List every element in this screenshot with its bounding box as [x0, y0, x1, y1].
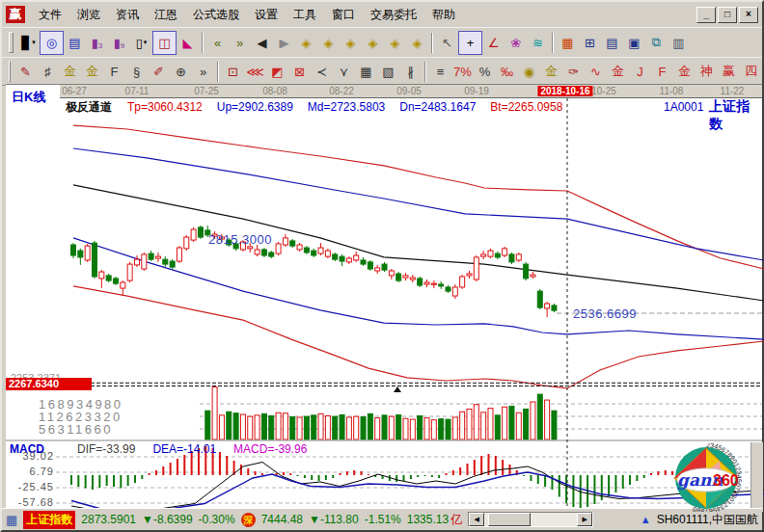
percent-icon[interactable]: %	[474, 61, 496, 83]
wave-zigzag-icon[interactable]: ⋎	[333, 61, 355, 83]
menu-window[interactable]: 窗口	[324, 4, 363, 26]
macd-axis-label: -57.68	[6, 496, 54, 508]
percent-7-icon[interactable]: 7%	[451, 61, 474, 83]
toolbar-grip-2[interactable]	[9, 61, 11, 82]
menu-gann[interactable]: 江恩	[147, 4, 185, 26]
gann360-logo[interactable]: gann 360 23456789012345678901234567890	[666, 443, 750, 512]
save-icon[interactable]: ▣	[623, 32, 645, 54]
menu-tools[interactable]: 工具	[286, 4, 324, 26]
menu-formula-pick[interactable]: 公式选股	[185, 4, 247, 26]
stock-pool-icon[interactable]: ◎	[40, 31, 64, 55]
scale-meter-icon[interactable]: ≡	[429, 61, 451, 83]
crosshair-tool-icon[interactable]: +	[458, 31, 482, 55]
gold-grid-1-icon[interactable]: 金	[59, 61, 81, 83]
toolbar-row-2: ✎♯金金F§✐⊕»⊡⋘◩⊠≺⋎▦▧∦≡7%%‰◉金✑∿金JF金神赢四	[2, 57, 762, 86]
date-label: 11-08	[660, 86, 684, 96]
draw-pencil-icon[interactable]: ✎	[14, 61, 37, 83]
percent-lines-icon[interactable]: ‰	[496, 61, 518, 83]
logo-margin	[750, 442, 763, 512]
report-icon[interactable]: ▤	[601, 32, 623, 54]
quote-table-icon[interactable]: ▦	[6, 513, 17, 527]
zoom-out-icon[interactable]: ◈	[295, 32, 317, 54]
current-stock-label[interactable]: SH601111,中国国航	[657, 512, 758, 528]
menu-file[interactable]: 文件	[31, 4, 69, 26]
si-angle-icon[interactable]: 四	[740, 61, 762, 83]
gold-angle-red-icon[interactable]: 金	[607, 61, 629, 83]
menu-trade[interactable]: 交易委托	[363, 4, 424, 26]
gann-flower-icon[interactable]: ❀	[505, 32, 527, 54]
print-icon[interactable]: ▥	[668, 32, 690, 54]
calendar-icon[interactable]: ▦	[557, 32, 579, 54]
fib-ruler-icon[interactable]: F	[103, 61, 125, 83]
sh-change: ▼-8.6399	[142, 513, 193, 526]
shenzhen-badge[interactable]: 深	[241, 513, 256, 527]
f-angle-icon[interactable]: F	[651, 61, 673, 83]
toolbar-separator	[217, 62, 219, 82]
sh-price: 2873.5901	[81, 513, 136, 526]
scrollbar-thumb[interactable]	[488, 513, 531, 526]
indicator-flag-icon[interactable]: ◣	[177, 32, 199, 54]
spiral-tool-icon[interactable]: §	[125, 61, 148, 83]
gold-circle-icon[interactable]: ◉	[518, 61, 540, 83]
gold-angle-icon[interactable]: 金	[673, 61, 696, 83]
shen-angle-icon[interactable]: 神	[696, 61, 718, 83]
f10-info-icon[interactable]: ▤	[64, 32, 86, 54]
brush-tool-icon[interactable]: ✐	[148, 61, 170, 83]
calculator-icon[interactable]: ⊞	[579, 32, 601, 54]
next-bar-icon[interactable]: ▶	[273, 32, 295, 54]
expand-bars-icon[interactable]: ◈	[362, 32, 384, 54]
date-label: 06-27	[62, 86, 87, 96]
horizontal-scrollbar[interactable]: ◀ ▶	[468, 512, 593, 527]
restore-button[interactable]: □	[718, 7, 737, 23]
candle-style-icon[interactable]: ▯▾	[130, 32, 152, 54]
grid-box-icon[interactable]: ⊠	[288, 61, 311, 83]
wave-tool-icon[interactable]: ≋	[527, 32, 549, 54]
ying-angle-icon[interactable]: 赢	[718, 61, 740, 83]
angle-measure-icon[interactable]: ∠	[482, 32, 505, 54]
param-value: Bt=2265.0958	[490, 100, 562, 114]
minimize-button[interactable]: _	[696, 7, 716, 23]
gann-fan-icon[interactable]: ⋘	[244, 61, 266, 83]
brush-angle-icon[interactable]: ✑	[562, 61, 585, 83]
compress-bars-icon[interactable]: ◈	[340, 32, 362, 54]
calendar-grid-icon[interactable]: ▧	[377, 61, 399, 83]
param-value: Md=2723.5803	[308, 100, 385, 114]
j-angle-icon[interactable]: J	[629, 61, 651, 83]
minute-9-icon[interactable]: ▮9	[108, 32, 130, 54]
menu-browse[interactable]: 浏览	[69, 4, 108, 26]
gold-lines-icon[interactable]: 金	[540, 61, 562, 83]
shift-right-icon[interactable]: ◈	[406, 32, 428, 54]
kline-theme-icon[interactable]: ◫	[152, 31, 177, 55]
indicator-name: 极反通道	[66, 100, 112, 114]
menu-help[interactable]: 帮助	[424, 4, 463, 26]
close-button[interactable]: ×	[739, 7, 758, 23]
toolbar-1-icons: ▊▾◎▤▮3▮9▯▾◫◣«»◀▶◈◈◈◈◈◈↖+∠❀≋▦⊞▤▣⧉▥	[17, 31, 690, 55]
parallel-lines-icon[interactable]: ∦	[399, 61, 422, 83]
shift-left-icon[interactable]: ◈	[384, 32, 406, 54]
square-grid-icon[interactable]: ▦	[355, 61, 377, 83]
last-page-icon[interactable]: »	[229, 32, 251, 54]
more-tools-icon[interactable]: »	[192, 61, 214, 83]
zoom-in-icon[interactable]: ◈	[317, 32, 340, 54]
rect-tool-icon[interactable]: ⊡	[222, 61, 244, 83]
capture-icon[interactable]: ⧉	[645, 32, 668, 54]
wave-a-icon[interactable]: ∿	[585, 61, 607, 83]
fan-box-icon[interactable]: ◩	[266, 61, 288, 83]
menu-settings[interactable]: 设置	[247, 4, 286, 26]
hand-tool-icon[interactable]: ↖	[436, 32, 458, 54]
sh-index-badge[interactable]: 上证指数	[23, 511, 75, 529]
gold-grid-2-icon[interactable]: 金	[81, 61, 103, 83]
first-page-icon[interactable]: «	[206, 32, 229, 54]
circle-cycle-icon[interactable]: ⊕	[170, 61, 192, 83]
kline-period-icon[interactable]: ▊▾	[17, 32, 40, 54]
prev-bar-icon[interactable]: ◀	[251, 32, 273, 54]
menu-news[interactable]: 资讯	[108, 4, 147, 26]
toolbar-grip[interactable]	[9, 32, 14, 53]
scroll-right-icon[interactable]: ▶	[577, 513, 592, 526]
date-axis-strip: 06-2707-1107-2508-0808-2209-0509-192018-…	[60, 85, 762, 97]
price-ruler-icon[interactable]: ♯	[37, 61, 59, 83]
param-value: Tp=3060.4312	[127, 100, 203, 114]
scroll-left-icon[interactable]: ◀	[469, 513, 484, 526]
minute-3-icon[interactable]: ▮3	[86, 32, 108, 54]
angle-fan-icon[interactable]: ≺	[311, 61, 333, 83]
